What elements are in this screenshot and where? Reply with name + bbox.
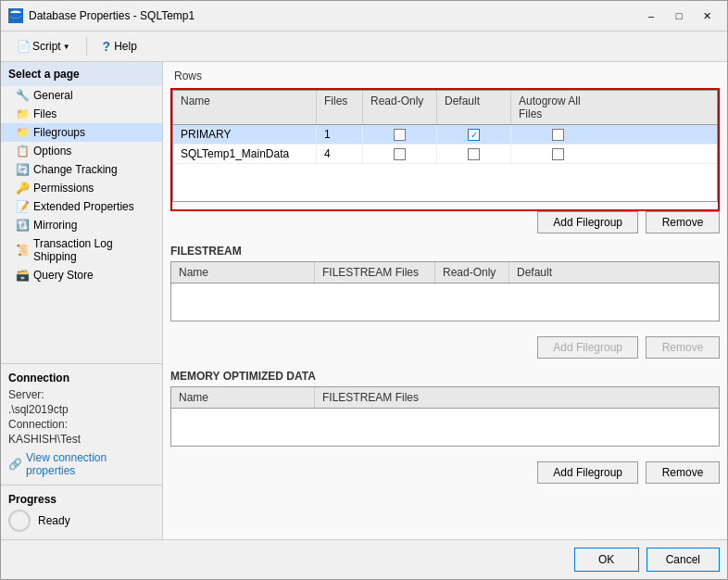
- sidebar-item-files[interactable]: 📁 Files: [1, 105, 162, 123]
- memory-add-filegroup-button[interactable]: Add Filegroup: [537, 461, 638, 484]
- filestream-section: FILESTREAM Name FILESTREAM Files Read-On…: [170, 241, 720, 329]
- memory-grid-header: Name FILESTREAM Files: [171, 387, 719, 409]
- sidebar: Select a page 🔧 General 📁 Files 📁 Filegr…: [1, 62, 163, 539]
- cancel-button[interactable]: Cancel: [646, 548, 720, 572]
- connection-value: KASHISH\Test: [8, 433, 155, 446]
- title-bar-left: Database Properties - SQLTemp1: [8, 8, 195, 23]
- sidebar-item-extended-properties[interactable]: 📝 Extended Properties: [1, 197, 162, 216]
- sidebar-item-query-store[interactable]: 🗃️ Query Store: [1, 266, 162, 284]
- txn-log-icon: 📜: [16, 244, 30, 257]
- fs-col-readonly: Read-Only: [435, 262, 509, 283]
- readonly-checkbox-maindata[interactable]: [394, 148, 406, 160]
- sidebar-item-label: Options: [33, 145, 71, 158]
- app-icon: [8, 8, 23, 23]
- script-dropdown-arrow: ▼: [63, 43, 70, 51]
- rows-grid-header: Name Files Read-Only Default Autogrow Al…: [173, 91, 717, 125]
- toolbar-separator: [86, 37, 87, 56]
- filegroups-icon: 📁: [16, 126, 30, 139]
- rows-remove-button[interactable]: Remove: [646, 211, 720, 233]
- title-bar: Database Properties - SQLTemp1 – □ ✕: [1, 1, 727, 32]
- rows-section-label: Rows: [174, 69, 720, 82]
- mem-col-name: Name: [171, 387, 315, 408]
- table-row[interactable]: SQLTemp1_MainData 4: [173, 145, 717, 164]
- files-icon: 📁: [16, 107, 30, 120]
- rows-grid: Name Files Read-Only Default Autogrow Al…: [170, 88, 720, 211]
- row-name-maindata: SQLTemp1_MainData: [173, 145, 317, 163]
- connection-title: Connection: [8, 372, 155, 385]
- sidebar-item-options[interactable]: 📋 Options: [1, 142, 162, 160]
- row-files-maindata: 4: [317, 145, 363, 163]
- server-value: .\sql2019ctp: [8, 403, 155, 416]
- toolbar: 📄 Script ▼ ? Help: [1, 32, 727, 62]
- maximize-button[interactable]: □: [666, 6, 692, 25]
- mirroring-icon: 🔃: [16, 219, 30, 232]
- window-controls: – □ ✕: [638, 6, 720, 25]
- filestream-remove-button[interactable]: Remove: [646, 336, 720, 359]
- autogrow-checkbox-maindata[interactable]: [552, 148, 564, 160]
- fs-col-default: Default: [509, 262, 584, 283]
- memory-title: MEMORY OPTIMIZED DATA: [170, 366, 720, 386]
- row-readonly-primary[interactable]: [363, 125, 437, 144]
- close-button[interactable]: ✕: [694, 6, 720, 25]
- row-autogrow-maindata[interactable]: [511, 145, 604, 163]
- sidebar-item-label: Permissions: [33, 182, 94, 195]
- sidebar-item-label: Query Store: [33, 269, 94, 282]
- memory-empty-area: [171, 409, 719, 446]
- change-tracking-icon: 🔄: [16, 163, 30, 176]
- connection-label-text: Connection:: [8, 418, 155, 431]
- sidebar-item-change-tracking[interactable]: 🔄 Change Tracking: [1, 160, 162, 179]
- progress-status: Ready: [38, 514, 70, 527]
- ok-button[interactable]: OK: [574, 548, 639, 572]
- sidebar-item-label: Filegroups: [33, 126, 85, 139]
- help-button[interactable]: ? Help: [94, 35, 145, 57]
- sidebar-item-label: General: [33, 89, 73, 102]
- sidebar-item-general[interactable]: 🔧 General: [1, 86, 162, 105]
- minimize-button[interactable]: –: [638, 6, 664, 25]
- sidebar-item-label: Mirroring: [33, 219, 77, 232]
- row-autogrow-primary[interactable]: [511, 125, 604, 144]
- sidebar-progress: Progress Ready: [1, 485, 162, 539]
- row-files-primary: 1: [317, 125, 363, 144]
- script-button[interactable]: 📄 Script ▼: [8, 36, 79, 57]
- readonly-checkbox-primary[interactable]: [394, 129, 406, 141]
- sidebar-item-mirroring[interactable]: 🔃 Mirroring: [1, 216, 162, 234]
- query-store-icon: 🗃️: [16, 269, 30, 282]
- col-header-default: Default: [437, 91, 511, 124]
- rows-data-grid: Name Files Read-Only Default Autogrow Al…: [172, 90, 718, 202]
- col-header-files: Files: [317, 91, 363, 124]
- help-label: Help: [114, 40, 137, 53]
- memory-remove-button[interactable]: Remove: [646, 461, 720, 484]
- sidebar-item-filegroups[interactable]: 📁 Filegroups: [1, 123, 162, 142]
- sidebar-item-label: Extended Properties: [33, 200, 134, 213]
- fs-col-files: FILESTREAM Files: [315, 262, 435, 283]
- col-header-readonly: Read-Only: [363, 91, 437, 124]
- filestream-grid: Name FILESTREAM Files Read-Only Default: [170, 261, 720, 322]
- sidebar-item-label: Change Tracking: [33, 163, 118, 176]
- row-default-primary[interactable]: [437, 125, 511, 144]
- sidebar-connection: Connection Server: .\sql2019ctp Connecti…: [1, 363, 162, 485]
- memory-button-row: Add Filegroup Remove: [170, 461, 720, 484]
- general-icon: 🔧: [16, 89, 30, 102]
- sidebar-item-label: Transaction Log Shipping: [33, 237, 155, 263]
- autogrow-checkbox-primary[interactable]: [552, 129, 564, 141]
- rows-add-filegroup-button[interactable]: Add Filegroup: [537, 211, 638, 233]
- table-row[interactable]: PRIMARY 1: [173, 125, 717, 145]
- content-area: Rows Name Files Read-Only Default Autogr…: [163, 62, 727, 539]
- connection-link-label: View connection properties: [26, 451, 155, 477]
- fs-col-name: Name: [171, 262, 315, 283]
- help-icon: ?: [103, 39, 111, 54]
- filestream-grid-header: Name FILESTREAM Files Read-Only Default: [171, 262, 719, 284]
- row-default-maindata[interactable]: [437, 145, 511, 163]
- row-readonly-maindata[interactable]: [363, 145, 437, 163]
- progress-row: Ready: [8, 510, 155, 532]
- progress-title: Progress: [8, 493, 155, 506]
- default-checkbox-maindata[interactable]: [468, 148, 480, 160]
- view-connection-properties-link[interactable]: 🔗 View connection properties: [8, 451, 155, 477]
- filestream-add-filegroup-button[interactable]: Add Filegroup: [537, 336, 638, 359]
- default-checkbox-primary[interactable]: [468, 129, 480, 141]
- sidebar-header: Select a page: [1, 62, 162, 86]
- sidebar-items: 🔧 General 📁 Files 📁 Filegroups 📋 Options…: [1, 86, 162, 363]
- sidebar-item-transaction-log[interactable]: 📜 Transaction Log Shipping: [1, 234, 162, 266]
- col-header-autogrow: Autogrow All Files: [511, 91, 604, 124]
- sidebar-item-permissions[interactable]: 🔑 Permissions: [1, 179, 162, 197]
